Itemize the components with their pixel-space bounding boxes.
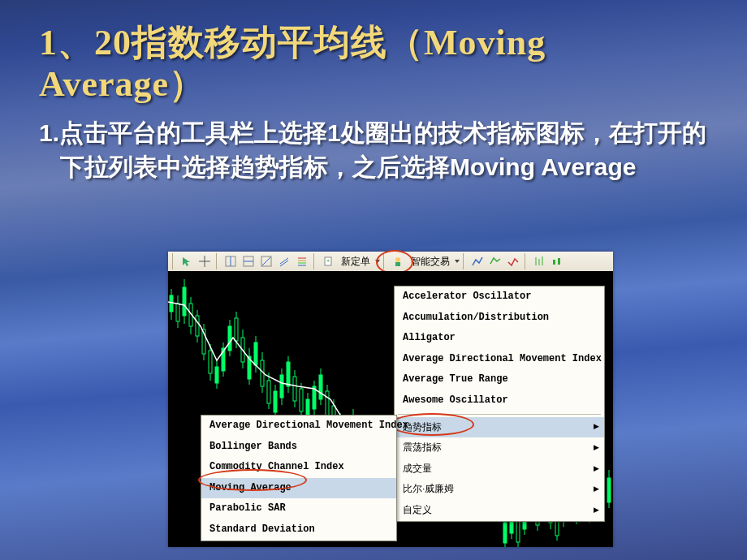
- svg-rect-60: [287, 362, 290, 386]
- svg-rect-38: [215, 367, 218, 383]
- svg-rect-24: [170, 295, 173, 312]
- slide-title: 1、20指数移动平均线（Moving Average）: [39, 23, 708, 105]
- menu-item-label: 比尔·威廉姆: [403, 483, 454, 494]
- submenu-arrow-icon: ▶: [594, 464, 599, 474]
- svg-rect-54: [267, 381, 270, 403]
- new-order-icon[interactable]: +: [320, 253, 336, 269]
- submenu-arrow-icon: ▶: [594, 443, 599, 453]
- submenu-item[interactable]: Parabolic SAR: [201, 498, 396, 519]
- menu-item-label: 震荡指标: [403, 442, 442, 453]
- indicator-icon[interactable]: [469, 253, 486, 269]
- chart-area: Accelerator Oscillator Accumulation/Dist…: [168, 271, 613, 547]
- menu-item-label: 趋势指标: [403, 421, 442, 433]
- svg-rect-70: [319, 375, 322, 399]
- svg-rect-50: [254, 342, 257, 365]
- svg-line-7: [262, 257, 270, 265]
- period-icon[interactable]: [487, 253, 503, 269]
- slide-body: 1.点击平台的工具栏上选择1处圈出的技术指标图标，在打开的下拉列表中选择趋势指标…: [39, 116, 708, 183]
- vline-icon[interactable]: [222, 253, 239, 269]
- menu-item[interactable]: Alligator: [395, 328, 604, 349]
- svg-rect-21: [553, 260, 555, 265]
- menu-item[interactable]: Average True Range: [395, 369, 604, 390]
- expert-icon[interactable]: [390, 253, 406, 269]
- menu-item-label: 自定义: [403, 504, 432, 515]
- toolbar-separator: [172, 253, 175, 269]
- menu-item[interactable]: 成交量 ▶: [395, 459, 604, 480]
- svg-rect-42: [228, 326, 231, 351]
- hline-icon[interactable]: [240, 253, 257, 269]
- menu-item-trend[interactable]: 趋势指标 ▶: [395, 417, 604, 438]
- submenu-arrow-icon: ▶: [594, 423, 599, 433]
- submenu-arrow-icon: ▶: [594, 506, 599, 515]
- menu-item[interactable]: 震荡指标 ▶: [395, 437, 604, 459]
- dropdown-icon[interactable]: [455, 257, 460, 265]
- menu-item[interactable]: 比尔·威廉姆 ▶: [395, 479, 604, 500]
- fibo-icon[interactable]: [294, 253, 310, 269]
- toolbar-separator: [525, 253, 528, 269]
- crosshair-icon[interactable]: [196, 253, 213, 269]
- submenu-item[interactable]: Average Directional Movement Index: [201, 416, 396, 437]
- candles-icon[interactable]: [549, 253, 565, 269]
- trendline-icon[interactable]: [258, 253, 274, 269]
- svg-rect-90: [516, 521, 520, 542]
- channel-icon[interactable]: [276, 253, 292, 269]
- svg-rect-62: [293, 377, 296, 401]
- svg-rect-86: [503, 523, 507, 543]
- svg-rect-58: [280, 375, 283, 398]
- cursor-icon[interactable]: [179, 253, 195, 269]
- svg-rect-32: [196, 316, 199, 336]
- trend-submenu[interactable]: Average Directional Movement Index Bolli…: [201, 415, 397, 541]
- svg-rect-118: [607, 478, 611, 502]
- menu-item[interactable]: Awesome Oscillator: [395, 390, 604, 411]
- template-icon[interactable]: [505, 253, 521, 269]
- svg-rect-36: [209, 351, 212, 373]
- dropdown-icon[interactable]: [375, 257, 380, 265]
- toolbar-separator: [313, 253, 317, 269]
- svg-rect-56: [274, 391, 277, 412]
- svg-rect-17: [395, 262, 400, 266]
- submenu-item-moving-average[interactable]: Moving Average: [201, 478, 396, 499]
- new-order-label[interactable]: 新定单: [338, 255, 374, 269]
- auto-trade-label[interactable]: 智能交易: [408, 255, 453, 269]
- menu-item[interactable]: Accumulation/Distribution: [395, 308, 604, 329]
- toolbar-separator: [383, 253, 386, 269]
- menu-item[interactable]: 自定义 ▶: [395, 500, 604, 521]
- svg-rect-72: [326, 391, 329, 416]
- svg-rect-64: [300, 389, 303, 411]
- submenu-item[interactable]: Standard Deviation: [201, 519, 396, 541]
- menu-item[interactable]: Average Directional Movement Index: [395, 349, 604, 370]
- submenu-item[interactable]: Bollinger Bands: [201, 437, 396, 458]
- menu-divider: [398, 414, 601, 415]
- toolbar: + 新定单 智能交易: [168, 252, 613, 272]
- indicator-menu[interactable]: Accelerator Oscillator Accumulation/Dist…: [394, 286, 605, 522]
- svg-rect-28: [183, 287, 186, 316]
- menu-item-label: 成交量: [403, 463, 432, 474]
- platform-screenshot: + 新定单 智能交易: [168, 252, 613, 547]
- slide: 1、20指数移动平均线（Moving Average） 1.点击平台的工具栏上选…: [0, 0, 747, 560]
- toolbar-separator: [463, 253, 466, 269]
- submenu-arrow-icon: ▶: [594, 485, 599, 494]
- submenu-item[interactable]: Commodity Channel Index: [201, 457, 396, 478]
- menu-item[interactable]: Accelerator Oscillator: [395, 286, 604, 308]
- bars-icon[interactable]: [531, 253, 547, 269]
- svg-rect-44: [235, 318, 238, 341]
- svg-rect-26: [176, 304, 179, 321]
- toolbar-separator: [216, 253, 219, 269]
- svg-rect-22: [558, 258, 560, 265]
- svg-point-16: [395, 257, 400, 262]
- svg-text:+: +: [326, 257, 330, 265]
